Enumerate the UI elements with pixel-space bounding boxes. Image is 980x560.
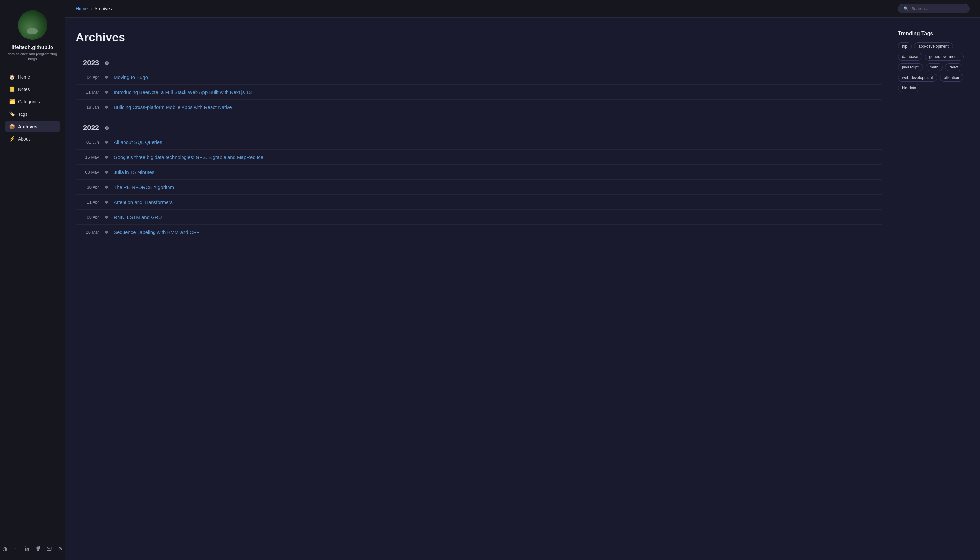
rss-icon[interactable] [57, 545, 64, 552]
timeline-entry: 18 Jan Building Cross-platform Mobile Ap… [76, 100, 882, 115]
tag-pill-big-data[interactable]: big-data [898, 84, 920, 92]
site-subtitle: data science and programming blogs [5, 52, 60, 62]
sidebar-item-home[interactable]: 🏠Home [5, 71, 60, 83]
tag-pill-generative-model[interactable]: generative-model [925, 53, 964, 61]
separator-icon: · [12, 545, 20, 552]
sidebar-item-notes[interactable]: 📒Notes [5, 83, 60, 95]
sidebar-footer: ◑ · [1, 545, 64, 552]
year-dot-2023 [105, 61, 108, 65]
page-title: Archives [76, 31, 882, 44]
sidebar-item-archives[interactable]: 📦Archives [5, 121, 60, 132]
sidebar-item-label-home: Home [18, 74, 30, 80]
year-dot-2022 [105, 126, 108, 130]
entry-title[interactable]: All about SQL Queries [114, 139, 162, 145]
entry-title[interactable]: The REINFORCE Algorithm [114, 184, 174, 190]
breadcrumb-separator: › [90, 6, 92, 12]
timeline-entry: 04 Apr Moving to Hugo [76, 70, 882, 85]
sidebar: lifeitech.github.io data science and pro… [0, 0, 65, 560]
tag-pill-nlp[interactable]: nlp [898, 42, 912, 50]
tag-pill-math[interactable]: math [925, 63, 943, 71]
linkedin-icon[interactable] [23, 545, 31, 552]
entry-dot [105, 216, 108, 218]
entry-dot [105, 155, 108, 158]
content-area: Archives 2023 04 Apr Moving to Hugo 11 M… [65, 18, 980, 259]
timeline-section-2023: 2023 04 Apr Moving to Hugo 11 Mar Introd… [76, 56, 882, 115]
entry-date: 08 Apr [76, 215, 99, 220]
trending-tags-title: Trending Tags [898, 31, 970, 37]
sidebar-item-label-notes: Notes [18, 87, 30, 92]
tag-pill-react[interactable]: react [945, 63, 962, 71]
entry-dot [105, 170, 108, 173]
tag-pill-javascript[interactable]: javascript [898, 63, 923, 71]
timeline-entry: 08 Apr RNN, LSTM and GRU [76, 210, 882, 225]
sidebar-item-label-categories: Categories [18, 99, 40, 104]
timeline-entry: 03 May Julia in 15 Minutes [76, 165, 882, 180]
sidebar-item-categories[interactable]: 🗂️Categories [5, 96, 60, 108]
entry-date: 26 Mar [76, 230, 99, 235]
timeline-entry: 26 Mar Sequence Labeling with HMM and CR… [76, 225, 882, 239]
tag-pill-web-development[interactable]: web-development [898, 74, 937, 82]
entry-title[interactable]: Sequence Labeling with HMM and CRF [114, 229, 199, 235]
entry-date: 11 Apr [76, 200, 99, 205]
entry-title[interactable]: Attention and Transformers [114, 199, 173, 205]
timeline-entry: 11 Mar Introducing BeeNote, a Full Stack… [76, 85, 882, 100]
sidebar-item-about[interactable]: ⚡About [5, 133, 60, 145]
entry-dot [105, 76, 108, 78]
email-icon[interactable] [46, 545, 53, 552]
entry-title[interactable]: RNN, LSTM and GRU [114, 214, 162, 220]
tags-grid: nlpapp-developmentdatabasegenerative-mod… [898, 42, 970, 92]
entry-date: 30 Apr [76, 185, 99, 190]
nav-list: 🏠Home📒Notes🗂️Categories🏷️Tags📦Archives⚡A… [5, 71, 60, 145]
tag-pill-app-development[interactable]: app-development [914, 42, 953, 50]
entry-title[interactable]: Introducing BeeNote, a Full Stack Web Ap… [114, 89, 252, 95]
topbar: Home › Archives 🔍 [65, 0, 980, 18]
entry-date: 03 May [76, 170, 99, 175]
entry-date: 15 May [76, 155, 99, 160]
categories-nav-icon: 🗂️ [9, 99, 15, 105]
sidebar-item-tags[interactable]: 🏷️Tags [5, 108, 60, 120]
timeline-entry: 30 Apr The REINFORCE Algorithm [76, 180, 882, 195]
site-title: lifeitech.github.io [12, 44, 53, 50]
entry-dot [105, 201, 108, 203]
timeline-section-2022: 2022 01 Jun All about SQL Queries 15 May… [76, 121, 882, 239]
notes-nav-icon: 📒 [9, 87, 15, 92]
entry-date: 18 Jan [76, 105, 99, 110]
entry-title[interactable]: Building Cross-platform Mobile Apps with… [114, 104, 232, 110]
search-box: 🔍 [898, 4, 970, 13]
right-sidebar: Trending Tags nlpapp-developmentdatabase… [898, 31, 970, 92]
sidebar-item-label-archives: Archives [18, 124, 37, 129]
entry-title[interactable]: Moving to Hugo [114, 74, 148, 80]
github-icon[interactable] [35, 545, 42, 552]
entry-date: 01 Jun [76, 140, 99, 145]
svg-point-0 [25, 546, 26, 547]
entry-dot [105, 140, 108, 143]
archives-nav-icon: 📦 [9, 123, 15, 130]
breadcrumb-home[interactable]: Home [76, 6, 88, 12]
entry-title[interactable]: Google's three big data technologies: GF… [114, 154, 263, 160]
entry-title[interactable]: Julia in 15 Minutes [114, 169, 154, 175]
year-row-2023: 2023 [76, 56, 882, 70]
breadcrumb-current: Archives [95, 6, 112, 12]
main-content: Archives 2023 04 Apr Moving to Hugo 11 M… [76, 31, 882, 246]
sidebar-item-label-about: About [18, 136, 30, 142]
timeline-entry: 01 Jun All about SQL Queries [76, 135, 882, 150]
entry-dot [105, 231, 108, 233]
theme-toggle-icon[interactable]: ◑ [1, 545, 8, 552]
entry-dot [105, 186, 108, 188]
entries-2023: 04 Apr Moving to Hugo 11 Mar Introducing… [76, 70, 882, 115]
about-nav-icon: ⚡ [9, 136, 15, 142]
entry-date: 11 Mar [76, 90, 99, 95]
search-input[interactable] [911, 6, 966, 11]
main-wrapper: Home › Archives 🔍 Archives 2023 04 Apr M… [65, 0, 980, 560]
timeline-entry: 11 Apr Attention and Transformers [76, 195, 882, 210]
search-icon: 🔍 [904, 6, 909, 11]
svg-point-1 [58, 550, 59, 550]
timeline: 2023 04 Apr Moving to Hugo 11 Mar Introd… [76, 56, 882, 239]
tag-pill-database[interactable]: database [898, 53, 922, 61]
sidebar-item-label-tags: Tags [18, 112, 28, 117]
year-row-2022: 2022 [76, 121, 882, 135]
tags-nav-icon: 🏷️ [9, 111, 15, 117]
year-label-2023: 2023 [76, 59, 99, 67]
timeline-entry: 15 May Google's three big data technolog… [76, 150, 882, 165]
tag-pill-attention[interactable]: attention [940, 74, 963, 82]
